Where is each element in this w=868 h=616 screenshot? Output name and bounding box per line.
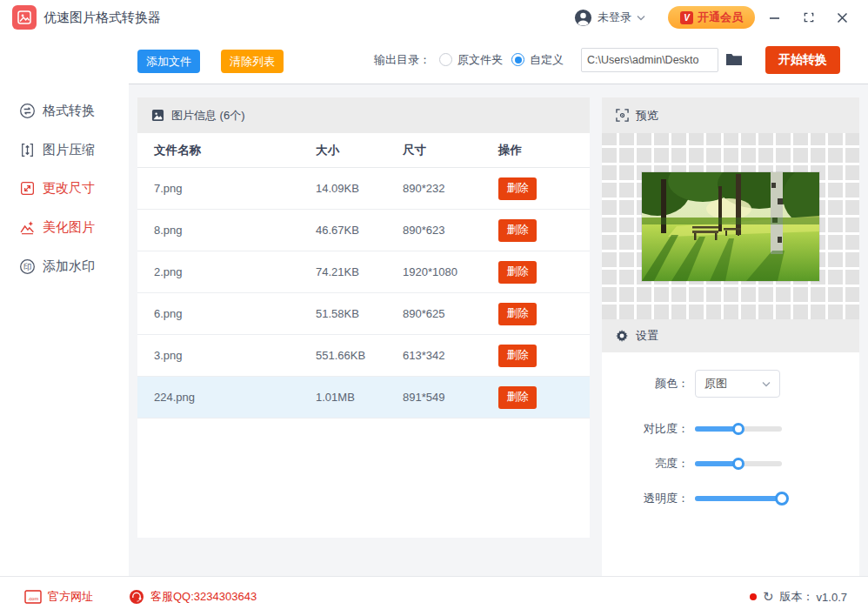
col-size: 大小 — [316, 143, 403, 158]
preview-header: 预览 — [602, 97, 859, 133]
brightness-setting-row: 亮度： — [602, 450, 859, 478]
user-avatar-icon — [574, 9, 592, 27]
radio-custom-folder-circle[interactable] — [511, 53, 524, 66]
color-label: 颜色： — [602, 376, 689, 392]
delete-button[interactable]: 删除 — [498, 386, 537, 409]
close-button[interactable] — [833, 9, 851, 26]
preview-icon — [616, 109, 629, 122]
file-dimensions: 890*232 — [403, 182, 498, 195]
file-size: 14.09KB — [316, 182, 403, 195]
clear-list-button[interactable]: 清除列表 — [221, 50, 284, 73]
sidebar-item-beautify[interactable]: 美化图片 — [0, 208, 129, 246]
delete-button[interactable]: 删除 — [498, 261, 537, 284]
add-files-button[interactable]: 添加文件 — [137, 50, 200, 73]
table-row[interactable]: 8.png 46.67KB 890*623 删除 — [137, 210, 590, 251]
file-dimensions: 890*625 — [403, 307, 498, 320]
support-qq-link[interactable]: 客服QQ:3234303643 — [129, 577, 257, 616]
resize-icon — [19, 180, 36, 197]
gear-icon — [616, 330, 629, 343]
file-section-header: 图片信息 (6个) — [137, 97, 590, 133]
version-area: ↻ 版本：v1.0.7 — [750, 577, 847, 616]
file-name: 8.png — [137, 224, 316, 237]
sidebar-item-image-compress[interactable]: 图片压缩 — [0, 131, 129, 169]
svg-text:印: 印 — [23, 261, 32, 271]
sidebar-item-label: 格式转换 — [43, 103, 95, 119]
delete-button[interactable]: 删除 — [498, 303, 537, 325]
brightness-slider-handle[interactable] — [732, 458, 744, 470]
file-size: 1.01MB — [316, 391, 403, 404]
image-compress-icon — [19, 142, 36, 158]
login-status-label: 未登录 — [598, 10, 631, 25]
table-header: 文件名称 大小 尺寸 操作 — [137, 133, 590, 168]
opacity-setting-row: 透明度： — [602, 485, 859, 512]
radio-original-folder-label: 原文件夹 — [457, 52, 503, 68]
account-menu[interactable]: 未登录 — [574, 0, 645, 35]
color-setting-row: 颜色： 原图 — [602, 370, 859, 398]
color-select-value: 原图 — [704, 376, 727, 392]
file-name: 2.png — [137, 265, 316, 278]
maximize-button[interactable] — [800, 9, 818, 26]
file-section-title: 图片信息 (6个) — [171, 108, 245, 124]
official-website-link[interactable]: .com 官方网址 — [24, 577, 93, 616]
check-update-icon[interactable]: ↻ — [763, 589, 774, 605]
delete-button[interactable]: 删除 — [498, 177, 537, 200]
chevron-down-icon — [762, 381, 771, 387]
sidebar-item-watermark[interactable]: 印 添加水印 — [0, 247, 129, 285]
opacity-slider[interactable] — [695, 492, 782, 505]
add-watermark-icon: 印 — [19, 258, 36, 275]
delete-button[interactable]: 删除 — [498, 219, 537, 242]
radio-original-folder[interactable]: 原文件夹 — [439, 52, 503, 68]
table-row-selected[interactable]: 224.png 1.01MB 891*549 删除 — [137, 377, 590, 418]
browse-folder-icon[interactable] — [725, 52, 743, 66]
file-list-panel: 图片信息 (6个) 文件名称 大小 尺寸 操作 7.png 14.09KB 89… — [137, 97, 590, 538]
table-row[interactable]: 3.png 551.66KB 613*342 删除 — [137, 335, 590, 377]
table-row[interactable]: 2.png 74.21KB 1920*1080 删除 — [137, 251, 590, 293]
color-select[interactable]: 原图 — [695, 370, 780, 398]
contrast-slider-handle[interactable] — [732, 423, 744, 435]
vip-upgrade-button[interactable]: V 开通会员 — [668, 6, 755, 29]
radio-custom-folder[interactable]: 自定义 — [511, 52, 564, 68]
file-name: 7.png — [137, 182, 316, 195]
sidebar-item-resize[interactable]: 更改尺寸 — [0, 169, 129, 207]
sidebar-item-format-convert[interactable]: 格式转换 — [0, 91, 129, 130]
table-row[interactable]: 7.png 14.09KB 890*232 删除 — [137, 168, 590, 210]
file-size: 551.66KB — [316, 349, 403, 362]
start-convert-button[interactable]: 开始转换 — [765, 46, 840, 74]
opacity-slider-handle[interactable] — [775, 492, 789, 506]
right-panel: 预览 — [602, 97, 859, 576]
version-value: v1.0.7 — [817, 591, 847, 604]
beautify-image-icon — [19, 219, 36, 236]
table-row[interactable]: 6.png 51.58KB 890*625 删除 — [137, 293, 590, 335]
app-window: 优速图片格式转换器 未登录 V 开通会员 添加文件 清除列表 输出 — [0, 0, 868, 616]
file-name: 3.png — [137, 349, 316, 362]
website-icon: .com — [24, 590, 42, 604]
support-qq-label: 客服QQ:3234303643 — [150, 589, 257, 605]
brightness-label: 亮度： — [602, 456, 689, 472]
sidebar-item-label: 更改尺寸 — [43, 180, 95, 197]
sidebar: 格式转换 图片压缩 更改尺寸 美化图片 印 添加水印 — [0, 35, 129, 576]
file-name: 6.png — [137, 307, 316, 320]
file-size: 46.67KB — [316, 224, 403, 237]
headset-icon — [129, 589, 144, 605]
radio-original-folder-circle[interactable] — [439, 53, 452, 66]
sidebar-item-label: 添加水印 — [43, 258, 95, 275]
delete-button[interactable]: 删除 — [498, 345, 537, 367]
contrast-slider[interactable] — [695, 423, 782, 435]
file-size: 51.58KB — [316, 307, 403, 320]
file-dimensions: 891*549 — [403, 391, 498, 404]
vip-icon: V — [680, 11, 693, 24]
opacity-label: 透明度： — [602, 491, 689, 506]
app-title: 优速图片格式转换器 — [43, 0, 161, 35]
svg-text:.com: .com — [28, 596, 38, 601]
minimize-button[interactable] — [765, 9, 783, 26]
col-action: 操作 — [498, 143, 585, 158]
chevron-down-icon — [637, 15, 645, 21]
file-dimensions: 890*623 — [403, 224, 498, 237]
transparency-checkerboard — [602, 133, 859, 319]
output-dir-label: 输出目录： — [374, 52, 431, 68]
output-path-input[interactable] — [581, 48, 718, 72]
brightness-slider[interactable] — [695, 458, 782, 470]
file-size: 74.21KB — [316, 265, 403, 278]
file-name: 224.png — [137, 391, 316, 404]
radio-custom-folder-label: 自定义 — [530, 52, 564, 68]
